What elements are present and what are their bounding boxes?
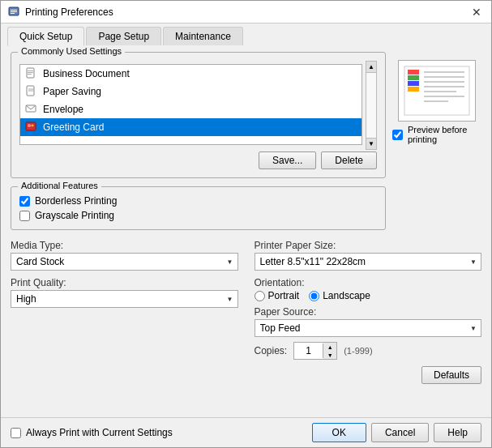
svg-rect-23 (424, 86, 464, 87)
tab-page-setup[interactable]: Page Setup (86, 27, 161, 45)
paper-size-select[interactable]: Letter 8.5"x11" 22x28cm (255, 253, 482, 271)
paper-source-field: Paper Source: Top Feed (255, 306, 482, 337)
tab-quick-setup[interactable]: Quick Setup (7, 27, 84, 46)
tab-bar: Quick Setup Page Setup Maintenance (1, 23, 491, 45)
bottom-buttons: OK Cancel Help (312, 423, 481, 442)
landscape-label[interactable]: Landscape (323, 290, 370, 301)
preview-checkbox[interactable] (392, 130, 403, 140)
list-scrollbar[interactable]: ▲ ▼ (366, 61, 377, 150)
ok-button[interactable]: OK (312, 423, 366, 442)
close-button[interactable]: ✕ (468, 4, 485, 20)
svg-rect-7 (28, 74, 32, 75)
portrait-radio[interactable] (255, 291, 265, 301)
media-type-field: Media Type: Card Stock (11, 240, 238, 271)
greeting-icon (25, 121, 38, 134)
svg-rect-17 (408, 75, 419, 80)
svg-rect-24 (424, 91, 456, 92)
borderless-checkbox[interactable] (19, 196, 30, 207)
copies-range: (1-999) (344, 346, 372, 356)
copies-input[interactable] (294, 343, 323, 358)
preview-svg (401, 63, 473, 118)
defaults-button[interactable]: Defaults (421, 366, 481, 384)
orientation-label: Orientation: (255, 277, 305, 288)
copies-label: Copies: (255, 345, 288, 356)
svg-rect-26 (424, 100, 448, 102)
svg-rect-20 (424, 71, 464, 73)
preview-image (398, 60, 476, 122)
settings-list[interactable]: Business Document (19, 64, 362, 145)
svg-rect-22 (424, 81, 464, 83)
svg-rect-18 (408, 81, 419, 86)
landscape-radio[interactable] (309, 291, 319, 301)
orientation-row: Orientation: Portrait Landscape (255, 277, 482, 301)
doc-icon (25, 67, 38, 80)
copies-spinner[interactable]: ▲ ▼ (293, 342, 337, 360)
paper-size-label: Printer Paper Size: (255, 240, 482, 251)
print-quality-field: Print Quality: High (11, 277, 238, 360)
delete-button[interactable]: Delete (321, 151, 377, 169)
always-print-checkbox[interactable] (11, 428, 21, 438)
svg-rect-25 (424, 96, 464, 97)
print-quality-select[interactable]: High (11, 290, 238, 308)
svg-rect-2 (11, 11, 17, 12)
list-item-label: Envelope (43, 104, 83, 115)
paper-size-field: Printer Paper Size: Letter 8.5"x11" 22x2… (255, 240, 482, 271)
titlebar-icon (7, 6, 20, 19)
list-item-envelope[interactable]: Envelope (20, 100, 362, 118)
preview-section: Preview before printing (392, 52, 481, 230)
borderless-label[interactable]: Borderless Printing (35, 195, 117, 207)
spin-up-btn[interactable]: ▲ (323, 343, 336, 351)
top-section: Commonly Used Settings (11, 52, 481, 230)
additional-features-label: Additional Features (18, 181, 101, 190)
grayscale-checkbox[interactable] (19, 211, 30, 221)
scroll-up-btn[interactable]: ▲ (366, 62, 376, 73)
settings-list-container: Business Document (19, 61, 362, 150)
envelope-icon (25, 103, 38, 116)
portrait-label[interactable]: Portrait (268, 290, 300, 301)
preview-label[interactable]: Preview before printing (408, 125, 481, 144)
svg-rect-6 (28, 72, 33, 73)
paper-source-label: Paper Source: (255, 306, 482, 318)
commonly-used-label: Commonly Used Settings (18, 46, 125, 56)
tab-maintenance[interactable]: Maintenance (163, 27, 243, 45)
always-print-label[interactable]: Always Print with Current Settings (26, 427, 173, 438)
list-item-business-doc[interactable]: Business Document (20, 65, 362, 83)
left-section: Commonly Used Settings (11, 52, 386, 230)
settings-buttons: Save... Delete (19, 151, 377, 169)
bottom-bar: Always Print with Current Settings OK Ca… (1, 417, 491, 447)
right-options: Orientation: Portrait Landscape (255, 277, 482, 360)
list-item-greeting-card[interactable]: Greeting Card (20, 118, 362, 136)
titlebar: Printing Preferences ✕ (1, 1, 491, 23)
media-type-select-wrapper: Card Stock (11, 253, 238, 271)
landscape-option: Landscape (309, 290, 370, 301)
svg-rect-19 (408, 87, 419, 92)
list-item-paper-saving[interactable]: Paper Saving (20, 83, 362, 100)
list-item-label: Greeting Card (43, 122, 104, 133)
paper-icon (25, 85, 38, 98)
portrait-option: Portrait (255, 290, 300, 301)
svg-rect-1 (11, 10, 17, 11)
save-button[interactable]: Save... (259, 151, 316, 169)
commonly-used-group: Commonly Used Settings (11, 52, 386, 178)
preview-check-row: Preview before printing (392, 125, 481, 144)
grayscale-label[interactable]: Grayscale Printing (35, 210, 114, 221)
spin-down-btn[interactable]: ▼ (323, 351, 336, 359)
paper-size-select-wrapper: Letter 8.5"x11" 22x28cm (255, 253, 482, 271)
media-type-select[interactable]: Card Stock (11, 253, 238, 271)
scroll-track (366, 73, 376, 138)
defaults-row: Defaults (11, 366, 481, 384)
window-title: Printing Preferences (25, 6, 468, 18)
scroll-down-btn[interactable]: ▼ (366, 138, 376, 149)
paper-source-select[interactable]: Top Feed (255, 319, 482, 337)
main-content: Commonly Used Settings (1, 45, 491, 417)
help-button[interactable]: Help (434, 423, 481, 442)
print-quality-select-wrapper: High (11, 290, 238, 308)
svg-point-13 (28, 124, 31, 127)
cancel-button[interactable]: Cancel (371, 423, 429, 442)
media-type-label: Media Type: (11, 240, 238, 251)
list-item-label: Business Document (43, 68, 130, 79)
orientation-radios: Portrait Landscape (255, 290, 482, 301)
form-grid: Media Type: Card Stock Printer Paper Siz… (11, 240, 481, 360)
additional-features-group: Additional Features Borderless Printing … (11, 186, 386, 230)
copies-row: Copies: ▲ ▼ (1-999) (255, 342, 482, 360)
